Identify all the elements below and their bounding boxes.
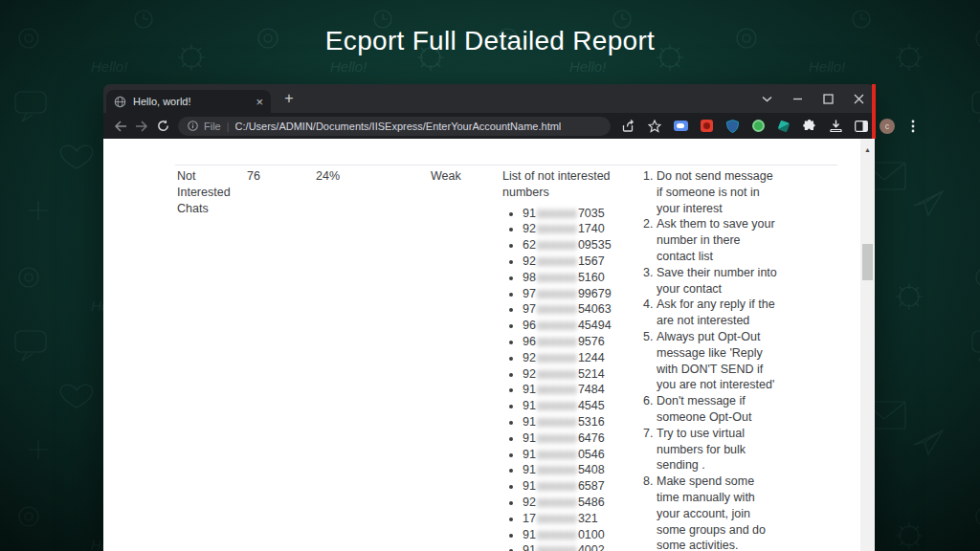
tab-title: Hello, world! [133,96,256,107]
phone-suffix: 1244 [578,351,605,364]
phone-number-item: 91888888886476 [523,430,621,447]
chevron-down-icon[interactable] [761,93,773,105]
phone-prefix: 91 [523,528,536,541]
phone-suffix: 4002 [578,543,605,551]
phone-suffix: 54063 [578,302,612,316]
phone-number-item: 96888888889576 [523,334,621,350]
extension-blue-icon[interactable] [672,118,689,135]
new-tab-button[interactable]: + [278,88,300,109]
phone-suffix: 6476 [578,431,605,445]
url-path: C:/Users/ADMIN/Documents/IISExpress/Ente… [235,121,562,132]
minimize-icon[interactable] [791,93,804,105]
phone-suffix: 5408 [578,463,605,476]
phone-redacted-blur: 88888888 [537,463,577,475]
phone-number-item: 92888888881567 [523,253,621,270]
address-bar[interactable]: File | C:/Users/ADMIN/Documents/IISExpre… [178,117,611,136]
phone-prefix: 97 [523,287,536,300]
numbers-list: 9188888888703592888888881740628888888809… [502,206,621,551]
profile-avatar[interactable]: c [879,118,896,135]
extension-red-icon[interactable] [698,118,715,135]
phone-prefix: 92 [523,222,536,235]
toolbar-icons: c [620,118,922,135]
phone-suffix: 6587 [578,479,605,493]
phone-redacted-blur: 88888888 [537,302,577,315]
phone-redacted-blur: 88888888 [537,383,577,395]
phone-number-item: 1788888888321 [523,511,621,527]
phone-number-item: 91888888880100 [523,527,621,543]
phone-prefix: 91 [523,479,536,493]
phone-redacted-blur: 88888888 [537,207,577,219]
reload-icon[interactable] [152,116,173,137]
page-scrollbar[interactable]: ▲ [860,139,875,551]
url-scheme-label: File [204,121,221,132]
browser-toolbar: File | C:/Users/ADMIN/Documents/IISExpre… [103,113,875,139]
phone-prefix: 92 [523,254,536,268]
phone-redacted-blur: 88888888 [537,543,577,551]
phone-number-item: 628888888809535 [523,237,621,253]
phone-number-item: 978888888854063 [523,301,621,318]
phone-redacted-blur: 88888888 [537,335,577,347]
phone-prefix: 91 [523,543,536,551]
phone-redacted-blur: 88888888 [537,479,577,492]
phone-redacted-blur: 88888888 [537,448,577,460]
phone-suffix: 7035 [578,207,605,220]
phone-number-item: 91888888880546 [523,447,621,463]
extension-teal-icon[interactable] [775,118,792,135]
url-separator: | [227,121,230,132]
phone-suffix: 09535 [578,238,612,252]
browser-tab[interactable]: Hello, world! × [106,90,271,113]
phone-prefix: 96 [523,319,536,332]
phone-redacted-blur: 88888888 [537,222,577,234]
suggestion-item: Save their number into your contact [657,265,779,298]
side-panel-icon[interactable] [853,118,870,135]
phone-redacted-blur: 88888888 [537,287,577,299]
downloads-icon[interactable] [827,118,844,135]
numbers-heading: List of not interested numbers [502,168,621,201]
window-edge-accent [872,84,876,139]
row-count: 76 [247,168,260,185]
tab-strip: Hello, world! × + [103,84,875,113]
phone-redacted-blur: 88888888 [537,271,577,283]
suggestion-item: Do not send message if someone is not in… [657,168,779,216]
phone-suffix: 5316 [578,415,605,429]
phone-suffix: 1740 [578,222,605,235]
close-window-icon[interactable] [853,93,865,105]
phone-suffix: 9576 [578,335,605,348]
suggestion-item: Try to use virtual numbers for bulk send… [657,426,779,474]
row-percent: 24% [316,168,340,185]
phone-suffix: 0100 [578,528,605,541]
phone-number-item: 91888888884002 [523,542,621,551]
phone-prefix: 92 [523,351,536,364]
phone-prefix: 91 [523,207,536,220]
tab-close-icon[interactable]: × [256,96,263,108]
extension-green-icon[interactable] [749,118,767,135]
phone-prefix: 98 [523,271,536,284]
extension-shield-icon[interactable] [724,118,741,135]
share-icon[interactable] [620,118,637,135]
phone-number-item: 91888888887484 [523,382,621,398]
phone-redacted-blur: 88888888 [537,351,577,364]
report-page: Not Interested Chats 76 24% Weak List of… [103,139,875,551]
maximize-icon[interactable] [822,93,835,105]
extensions-puzzle-icon[interactable] [801,118,818,135]
phone-prefix: 92 [523,367,536,381]
phone-number-item: 92888888881244 [523,350,621,366]
scrollbar-thumb[interactable] [862,244,873,280]
numbers-column: List of not interested numbers 918888888… [502,168,621,551]
menu-kebab-icon[interactable] [904,118,922,135]
info-icon[interactable] [188,121,198,131]
phone-prefix: 91 [523,431,536,445]
phone-number-item: 91888888885316 [523,414,621,430]
back-icon[interactable] [110,116,131,137]
scroll-up-icon[interactable]: ▲ [860,139,875,159]
phone-suffix: 7484 [578,383,605,396]
bookmark-star-icon[interactable] [646,118,663,135]
phone-suffix: 0546 [578,448,605,461]
phone-prefix: 91 [523,399,536,412]
phone-suffix: 5214 [578,367,605,381]
phone-prefix: 92 [523,496,536,509]
phone-number-item: 91888888885408 [523,462,621,478]
phone-redacted-blur: 88888888 [537,319,577,331]
phone-prefix: 91 [523,383,536,396]
forward-icon[interactable] [131,116,152,137]
